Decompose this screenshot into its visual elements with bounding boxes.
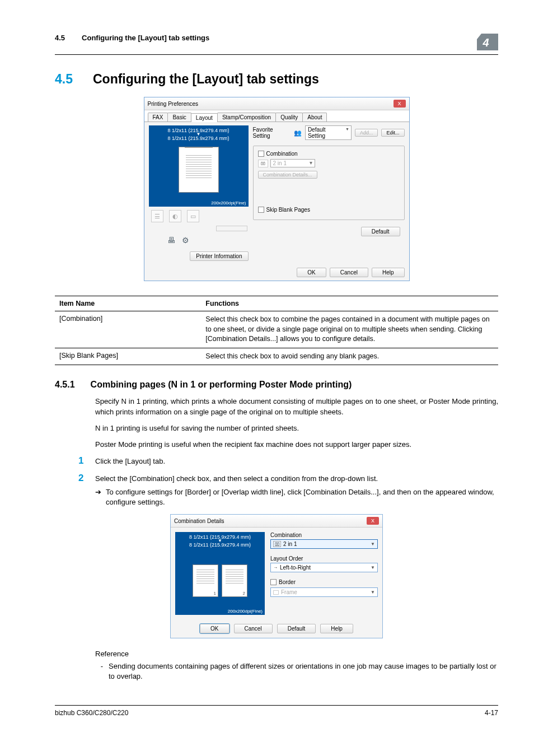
reference-heading: Reference	[95, 650, 498, 658]
cancel-button[interactable]: Cancel	[234, 624, 273, 633]
dialog-title: Combination Details	[174, 518, 224, 524]
preview-icon-3[interactable]: ▭	[187, 210, 199, 222]
step-2: 2 Select the [Combination] check box, an…	[78, 473, 498, 508]
layout-order-select[interactable]: → Left-to-Right	[270, 563, 378, 572]
page-footer: bizhub C360/C280/C220 4-17	[55, 705, 498, 717]
tab-basic[interactable]: Basic	[167, 113, 191, 122]
dialog-title: Printing Preferences	[148, 101, 199, 107]
printer-information-button[interactable]: Printer Information	[190, 251, 248, 261]
table-header-func: Functions	[201, 296, 498, 311]
frame-select[interactable]: Frame	[270, 587, 378, 597]
table-cell-name: [Skip Blank Pages]	[55, 348, 201, 365]
paragraph: N in 1 printing is useful for saving the…	[95, 423, 498, 434]
footer-page: 4-17	[485, 709, 498, 717]
page-header: 4.5 Configuring the [Layout] tab setting…	[55, 34, 209, 42]
combo-preview: 8 1/2x11 (215.9x279.4 mm) ▼ 8 1/2x11 (21…	[175, 532, 265, 615]
tab-about[interactable]: About	[302, 113, 327, 122]
footer-model: bizhub C360/C280/C220	[55, 709, 128, 717]
tab-bar: FAX Basic Layout Stamp/Composition Quali…	[144, 110, 409, 122]
paragraph: Poster Mode printing is useful when the …	[95, 440, 498, 450]
page-preview: 8 1/2x11 (215.9x279.4 mm) ▼ 8 1/2x11 (21…	[149, 125, 249, 207]
help-button[interactable]: Help	[320, 624, 353, 633]
add-button[interactable]: Add...	[355, 129, 378, 137]
ok-button[interactable]: OK	[297, 268, 326, 277]
header-section-num: 4.5	[55, 34, 65, 42]
info-table: Item Name Functions [Combination] Select…	[55, 296, 498, 365]
close-icon[interactable]: X	[394, 100, 406, 108]
preview-icon-1[interactable]: ☰	[151, 210, 163, 222]
tab-stamp[interactable]: Stamp/Composition	[217, 113, 276, 122]
reference-bullet: - Sending documents containing pages of …	[95, 661, 498, 682]
table-cell-name: [Combination]	[55, 311, 201, 348]
table-cell-func: Select this check box to avoid sending a…	[201, 348, 498, 365]
border-checkbox[interactable]	[270, 579, 277, 585]
cancel-button[interactable]: Cancel	[330, 268, 368, 277]
tab-fax[interactable]: FAX	[148, 113, 168, 122]
arrow-icon: ➔	[95, 487, 101, 507]
n-in-1-icon: ▯▯	[258, 160, 268, 167]
combination-select[interactable]: 2 in 1	[270, 159, 315, 167]
section-title: 4.5 Configuring the [Layout] tab setting…	[55, 72, 498, 87]
help-button[interactable]: Help	[372, 268, 405, 277]
favorite-setting-select[interactable]: Default Setting	[305, 125, 352, 140]
border-label: Border	[279, 579, 296, 585]
combination-details-dialog: Combination Details X 8 1/2x11 (215.9x27…	[170, 514, 383, 638]
default-button[interactable]: Default	[277, 624, 316, 633]
printer-icon: 🖶	[166, 235, 177, 246]
preview-icon-2[interactable]: ◐	[169, 210, 181, 222]
n-in-1-icon: ▯▯	[273, 541, 281, 547]
combination-checkbox[interactable]	[258, 151, 264, 157]
slider-icon	[216, 226, 247, 231]
table-header-item: Item Name	[55, 296, 201, 311]
tab-quality[interactable]: Quality	[275, 113, 303, 122]
subsection-title: 4.5.1 Combining pages (N in 1 or perform…	[55, 380, 498, 390]
layout-order-label: Layout Order	[270, 556, 378, 562]
tab-layout[interactable]: Layout	[191, 113, 218, 122]
step-1: 1 Click the [Layout] tab.	[78, 455, 498, 466]
left-to-right-icon: →	[273, 565, 278, 570]
printing-preferences-dialog: Printing Preferences X FAX Basic Layout …	[144, 97, 410, 281]
default-button[interactable]: Default	[361, 227, 400, 236]
combo-select[interactable]: ▯▯ 2 in 1	[270, 539, 378, 549]
edit-button[interactable]: Edit...	[381, 129, 404, 137]
table-cell-func: Select this check box to combine the pag…	[201, 311, 498, 348]
frame-icon	[273, 590, 279, 595]
gear-icon: ⚙	[180, 235, 191, 246]
skip-blank-label: Skip Blank Pages	[266, 207, 310, 213]
header-section-label: Configuring the [Layout] tab settings	[82, 34, 209, 42]
close-icon[interactable]: X	[367, 517, 379, 525]
favorite-setting-label: Favorite Setting	[253, 127, 291, 139]
favorite-icon: 👥	[294, 129, 302, 137]
combination-details-button[interactable]: Combination Details...	[258, 171, 317, 179]
skip-blank-checkbox[interactable]	[258, 207, 264, 213]
combo-label: Combination	[270, 532, 378, 538]
combination-label: Combination	[266, 151, 298, 157]
paragraph: Specify N in 1 printing, which prints a …	[95, 396, 498, 418]
ok-button[interactable]: OK	[200, 624, 229, 633]
chapter-badge: 4	[477, 34, 498, 50]
